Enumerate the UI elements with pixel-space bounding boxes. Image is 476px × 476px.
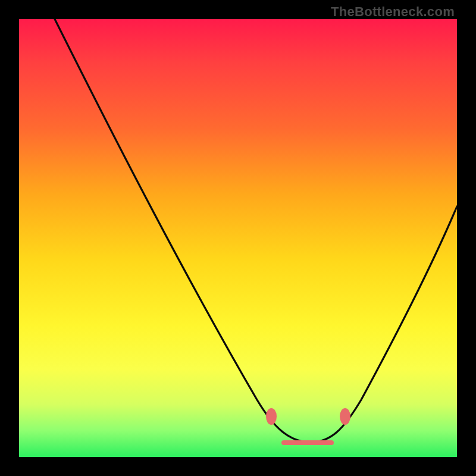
marker-left xyxy=(266,408,277,425)
marker-right xyxy=(340,408,350,425)
chart-container: TheBottleneck.com xyxy=(0,0,476,476)
watermark-text: TheBottleneck.com xyxy=(331,4,455,20)
bottleneck-curve xyxy=(55,19,457,443)
plot-area xyxy=(19,19,457,457)
curve-layer xyxy=(19,19,457,457)
